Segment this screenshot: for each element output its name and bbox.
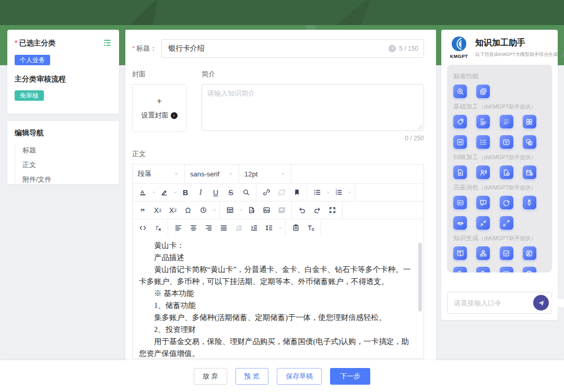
highlight-color-button[interactable] [157,186,171,199]
subscript-button[interactable]: X2 [150,204,165,217]
polish-rewrite-icon[interactable] [500,196,513,209]
save-draft-button[interactable]: 保存草稿 [277,368,322,385]
chevron-down-icon[interactable] [278,224,283,232]
line-height-button[interactable] [262,221,276,234]
underline-button[interactable]: U [208,186,223,199]
font-size-dropdown[interactable]: 12pt [239,164,291,183]
section-correction: 纠错加工（由KMGPT助手提供） [453,153,546,162]
strikethrough-button[interactable]: S [224,186,238,199]
code-view-button[interactable] [135,221,150,234]
next-step-button[interactable]: 下一步 [330,368,370,385]
person-polish-icon[interactable] [476,267,490,272]
kmgpt-logo-icon [451,36,467,52]
doc-error-check-icon[interactable] [500,165,513,179]
expand-text-icon[interactable] [500,216,513,230]
align-center-button[interactable] [186,221,201,234]
translate-icon[interactable]: A [523,135,536,149]
dedupe-check-icon[interactable] [453,85,467,98]
align-left-button[interactable] [171,221,185,234]
todo-generate-icon[interactable] [500,246,513,260]
paragraph-style-dropdown[interactable]: 段落 [133,164,185,183]
category-tree-icon[interactable] [103,38,112,49]
undo-button[interactable] [295,204,309,217]
redo-button[interactable] [310,204,324,217]
timeliness-check-icon[interactable] [523,165,536,179]
nav-item-title[interactable]: 标题 [15,143,112,158]
insert-link-button[interactable] [259,186,274,199]
chevron-down-icon[interactable] [173,188,178,196]
intro-textarea[interactable] [202,84,424,131]
font-family-dropdown[interactable]: sans-serif [185,164,239,183]
insert-time-button[interactable] [196,204,210,217]
heading-format-icon[interactable]: H [453,135,467,149]
clear-format-button[interactable]: T [150,221,165,234]
summary-extract-icon[interactable] [500,115,513,128]
colloquial-tone-icon[interactable] [453,216,467,230]
category-card: *已选主分类 个人业务 主分类审核流程 免审核 [7,30,119,114]
smart-search-icon[interactable] [476,85,490,98]
formal-tone-icon[interactable] [523,196,536,209]
pinyin-annotate-icon[interactable]: PY [453,196,467,209]
nav-item-body[interactable]: 正文 [15,158,112,172]
image-gallery-button[interactable] [274,204,289,217]
related-knowledge-icon[interactable] [523,115,536,128]
bullet-list-button[interactable] [310,186,324,199]
numbered-list-icon[interactable] [476,135,490,149]
chevron-down-icon[interactable] [212,206,217,214]
section-generation: 知识生成（由KMGPT助手提供） [453,234,546,243]
clear-title-icon[interactable]: × [389,45,396,52]
italic-button[interactable]: I [193,186,208,199]
chevron-down-icon[interactable] [326,188,331,196]
blockquote-button[interactable]: ” [135,202,150,218]
ad-generate-icon[interactable]: AD [500,267,513,272]
review-process-tag: 免审核 [15,90,44,101]
sensitive-word-icon[interactable] [453,165,467,179]
editor-scrollbar[interactable] [418,243,422,312]
indent-button[interactable] [246,221,261,234]
speech-check-icon[interactable] [476,165,490,179]
remove-link-button[interactable] [274,186,289,199]
preview-button[interactable]: 预 览 [236,368,269,385]
align-justify-button[interactable] [216,221,231,234]
title-input[interactable] [167,44,389,53]
title-label: *标题： [132,44,161,53]
chevron-down-icon[interactable] [151,188,156,196]
outdent-button[interactable] [231,221,246,234]
faq-generate-icon[interactable]: ? [453,246,467,260]
title-input-wrap: × 5 / 150 [161,39,424,58]
video-abstract-icon[interactable]: V [500,135,513,149]
nav-item-attachments[interactable]: 附件/文件 [15,172,112,187]
search-replace-button[interactable] [239,186,253,199]
knowledge-tree-icon[interactable] [476,246,490,260]
chevron-down-icon[interactable] [347,188,352,196]
set-cover-button[interactable]: + 设置封面i [132,84,186,132]
import-word-button[interactable]: W [244,204,258,217]
discard-button[interactable]: 放 弃 [194,368,227,385]
insert-image-button[interactable] [259,204,274,217]
portrait-generate-icon[interactable] [523,246,536,260]
bookmark-button[interactable] [289,186,304,199]
first-line-indent-button[interactable] [303,221,318,234]
person-check-icon[interactable] [453,267,467,272]
punctuation-fix-icon[interactable] [476,196,490,209]
condense-text-icon[interactable] [476,216,490,230]
send-command-button[interactable] [533,295,549,311]
sports-generate-icon[interactable] [523,267,536,272]
paste-format-button[interactable] [288,221,303,234]
special-char-button[interactable]: Ω [181,204,195,217]
abstract-extract-icon[interactable] [476,115,490,128]
superscript-button[interactable]: X2 [166,204,180,217]
chevron-down-icon[interactable] [239,206,243,214]
category-tag[interactable]: 个人业务 [15,55,50,65]
info-icon[interactable]: i [171,112,178,119]
edit-nav-card: 编辑导航 标题 正文 附件/文件 [7,121,119,184]
insert-table-button[interactable] [222,204,237,217]
text-color-button[interactable]: A [135,186,150,199]
fullscreen-button[interactable] [325,204,339,217]
editor-content[interactable]: 黄山卡：产品描述黄山借记卡简称“黄山卡”，分普通卡、金卡、白金卡、钻石卡等多个卡… [133,236,424,359]
ordered-list-button[interactable]: 123 [331,186,346,199]
tag-extract-icon[interactable] [453,115,467,128]
resize-handle[interactable] [418,125,422,129]
align-right-button[interactable] [201,221,216,234]
bold-button[interactable]: B [178,186,193,199]
